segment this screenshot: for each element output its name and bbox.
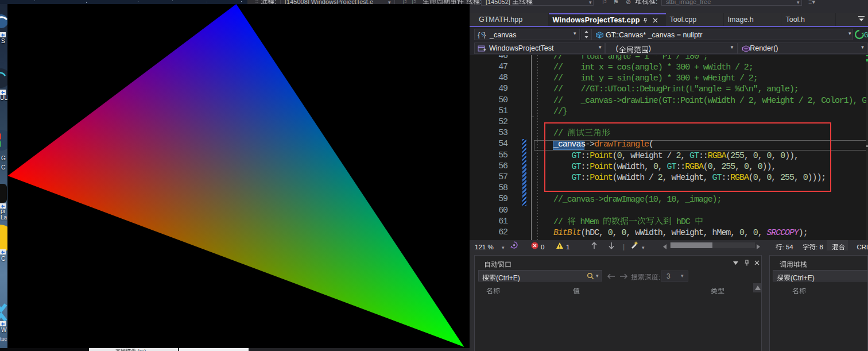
svg-text:G: G <box>864 31 868 40</box>
svg-text:}: } <box>483 31 486 38</box>
svg-text:{: { <box>478 31 480 38</box>
